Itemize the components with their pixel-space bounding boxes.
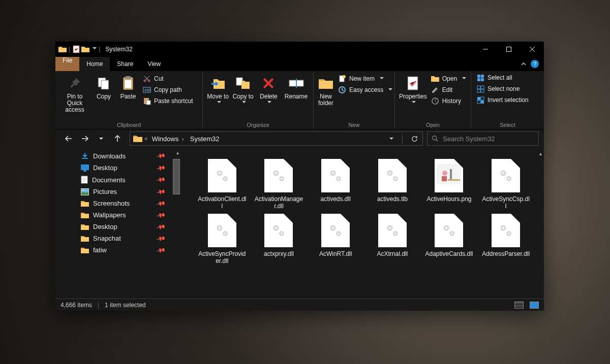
file-list[interactable]: ▴ ActivationClient.dllActivationManager.…	[180, 148, 544, 299]
file-item[interactable]: AcWinRT.dll	[309, 214, 362, 264]
dll-file-icon	[378, 214, 407, 247]
svg-point-59	[442, 171, 447, 176]
delete-button[interactable]: Delete	[257, 73, 280, 109]
cut-button[interactable]: Cut	[142, 74, 194, 83]
sidebar-item[interactable]: Desktop📌	[55, 221, 180, 233]
file-item[interactable]: AddressParser.dll	[479, 214, 533, 264]
svg-point-78	[338, 233, 340, 235]
pin-icon: 📌	[156, 245, 166, 255]
easy-access-button[interactable]: Easy access	[337, 85, 393, 94]
sidebar-item[interactable]: Snapchat📌	[55, 233, 180, 244]
sidebar-item[interactable]: Screenshots📌	[55, 197, 180, 209]
file-item[interactable]: ActiveSyncProvider.dll	[195, 214, 249, 264]
tab-file[interactable]: File	[55, 57, 79, 71]
rename-button[interactable]: Rename	[283, 73, 309, 102]
svg-rect-31	[477, 101, 480, 104]
copy-to-button[interactable]: Copy to	[232, 73, 254, 109]
breadcrumb-segment[interactable]: System32	[188, 135, 222, 143]
file-name-label: ActiveHours.png	[424, 195, 473, 203]
details-view-button[interactable]	[514, 302, 524, 309]
edit-icon	[431, 86, 439, 94]
paste-icon	[120, 75, 136, 91]
collapse-ribbon-icon[interactable]	[521, 61, 527, 67]
tab-share[interactable]: Share	[110, 57, 140, 71]
invert-selection-button[interactable]: Invert selection	[475, 95, 530, 105]
svg-point-52	[338, 178, 340, 180]
file-item[interactable]: actxprxy.dll	[252, 214, 306, 264]
svg-rect-62	[442, 176, 447, 181]
file-item[interactable]: activeds.tlb	[365, 159, 419, 210]
open-button[interactable]: Open	[430, 74, 467, 83]
svg-point-66	[508, 178, 510, 180]
edit-button[interactable]: Edit	[430, 85, 467, 94]
svg-rect-34	[82, 158, 88, 159]
svg-rect-21	[477, 75, 480, 78]
select-none-icon	[476, 85, 484, 93]
paste-shortcut-icon	[143, 97, 151, 105]
recent-locations-button[interactable]	[96, 134, 106, 144]
svg-point-42	[219, 172, 221, 174]
status-bar: 4,666 items 1 item selected	[55, 299, 544, 311]
sidebar-item[interactable]: fatiw📌	[55, 244, 180, 256]
app-folder-icon	[58, 46, 67, 53]
tiles-view-button[interactable]	[530, 302, 539, 309]
file-item[interactable]: AcXtrnal.dll	[365, 214, 419, 264]
copy-button[interactable]: Copy	[93, 73, 114, 102]
pin-quick-access-button[interactable]: Pin to Quick access	[59, 73, 90, 115]
file-item[interactable]: ActiveSyncCsp.dll	[479, 159, 533, 210]
breadcrumb-prefix-icon[interactable]: «	[144, 135, 148, 142]
svg-rect-24	[481, 78, 484, 81]
properties-button[interactable]: Properties	[399, 73, 427, 109]
qat-dropdown-icon[interactable]	[90, 46, 97, 53]
sidebar-item[interactable]: Wallpapers📌	[55, 209, 180, 221]
scroll-up-icon[interactable]: ▴	[539, 151, 542, 156]
paste-button[interactable]: Paste	[117, 73, 139, 102]
select-none-button[interactable]: Select none	[475, 84, 530, 93]
paste-shortcut-button[interactable]: Paste shortcut	[142, 96, 194, 106]
maximize-button[interactable]	[497, 42, 521, 57]
copy-path-button[interactable]: ABCCopy path	[142, 85, 194, 94]
tab-home[interactable]: Home	[79, 57, 110, 71]
file-item[interactable]: AdaptiveCards.dll	[422, 214, 476, 264]
svg-rect-5	[126, 76, 131, 79]
tab-view[interactable]: View	[140, 57, 168, 71]
qat-newfolder-icon[interactable]	[81, 46, 89, 53]
search-box[interactable]	[427, 131, 539, 146]
sidebar-item-label: Snapchat	[93, 235, 121, 242]
properties-icon	[405, 75, 421, 91]
file-item[interactable]: ActivationClient.dll	[195, 159, 249, 210]
forward-button[interactable]	[80, 134, 90, 144]
breadcrumb-segment[interactable]: Windows›	[150, 135, 186, 143]
sidebar-item-label: Desktop	[93, 164, 117, 172]
new-folder-button[interactable]: New folder	[318, 73, 334, 109]
new-item-button[interactable]: New item	[337, 74, 393, 83]
title-bar[interactable]: | | System32	[55, 42, 544, 57]
scissors-icon	[143, 75, 151, 83]
pin-icon: 📌	[156, 210, 166, 220]
navigation-pane[interactable]: ▴ Downloads📌Desktop📌Documents📌Pictures📌S…	[55, 148, 180, 299]
qat-properties-icon[interactable]	[72, 45, 80, 53]
history-button[interactable]: History	[430, 96, 467, 106]
dll-file-icon	[208, 214, 236, 247]
file-item[interactable]: ActivationManager.dll	[252, 159, 306, 210]
svg-point-72	[275, 227, 277, 229]
address-dropdown-icon[interactable]	[389, 136, 394, 141]
up-button[interactable]	[112, 134, 123, 144]
refresh-button[interactable]	[411, 135, 418, 143]
move-to-button[interactable]: Move to	[207, 73, 229, 109]
sidebar-item[interactable]: Downloads📌	[55, 150, 180, 162]
search-input[interactable]	[443, 135, 534, 143]
close-button[interactable]	[521, 42, 544, 57]
sidebar-item[interactable]: Desktop📌	[55, 162, 180, 174]
sidebar-item[interactable]: Documents📌	[55, 174, 180, 186]
back-button[interactable]	[64, 134, 74, 144]
file-item[interactable]: activeds.dll	[309, 159, 362, 210]
file-item[interactable]: ActiveHours.png	[422, 159, 476, 210]
select-all-button[interactable]: Select all	[475, 73, 530, 82]
sidebar-item[interactable]: Pictures📌	[55, 186, 180, 197]
minimize-button[interactable]	[474, 42, 497, 57]
dll-file-icon	[208, 159, 236, 192]
address-bar[interactable]: « Windows› System32	[130, 131, 423, 146]
help-icon[interactable]: ?	[531, 60, 539, 68]
sidebar-item-label: Screenshots	[93, 200, 130, 207]
